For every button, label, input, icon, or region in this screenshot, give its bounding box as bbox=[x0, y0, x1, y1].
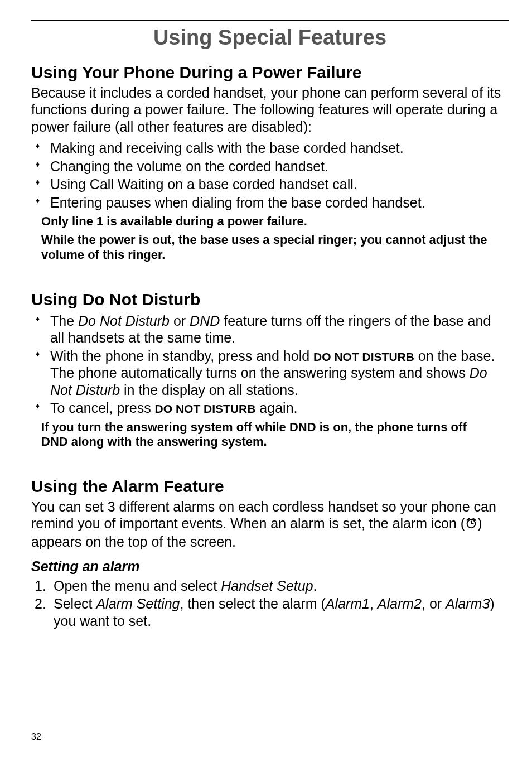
section2-bullets: The Do Not Disturb or DND feature turns … bbox=[31, 312, 509, 417]
list-item: With the phone in standby, press and hol… bbox=[31, 348, 509, 399]
section3-heading: Using the Alarm Feature bbox=[31, 476, 509, 497]
section1-heading: Using Your Phone During a Power Failure bbox=[31, 62, 509, 83]
page-title: Using Special Features bbox=[31, 25, 509, 50]
section2-note: If you turn the answering system off whi… bbox=[41, 420, 509, 450]
step-item: Select Alarm Setting, then select the al… bbox=[33, 595, 509, 629]
section1-intro: Because it includes a corded handset, yo… bbox=[31, 84, 509, 136]
step-item: Open the menu and select Handset Setup. bbox=[33, 577, 509, 595]
section3-subheading: Setting an alarm bbox=[31, 558, 509, 575]
list-item: Using Call Waiting on a base corded hand… bbox=[31, 176, 509, 193]
note-line: While the power is out, the base uses a … bbox=[41, 233, 492, 263]
list-item: Entering pauses when dialing from the ba… bbox=[31, 194, 509, 211]
section3-steps: Open the menu and select Handset Setup. … bbox=[33, 577, 509, 630]
section2-heading: Using Do Not Disturb bbox=[31, 290, 509, 310]
alarm-clock-icon bbox=[465, 516, 477, 533]
section3-intro: You can set 3 different alarms on each c… bbox=[31, 498, 509, 551]
page-number: 32 bbox=[31, 731, 41, 742]
list-item: The Do Not Disturb or DND feature turns … bbox=[31, 312, 509, 346]
section1-notes: Only line 1 is available during a power … bbox=[41, 214, 509, 262]
note-line: If you turn the answering system off whi… bbox=[41, 420, 492, 450]
note-line: Only line 1 is available during a power … bbox=[41, 214, 492, 229]
section3-intro-before: You can set 3 different alarms on each c… bbox=[31, 499, 496, 532]
list-item: To cancel, press DO NOT DISTURB again. bbox=[31, 399, 509, 417]
list-item: Changing the volume on the corded handse… bbox=[31, 158, 509, 175]
horizontal-rule bbox=[31, 20, 509, 21]
list-item: Making and receiving calls with the base… bbox=[31, 139, 509, 157]
section1-bullets: Making and receiving calls with the base… bbox=[31, 139, 509, 211]
